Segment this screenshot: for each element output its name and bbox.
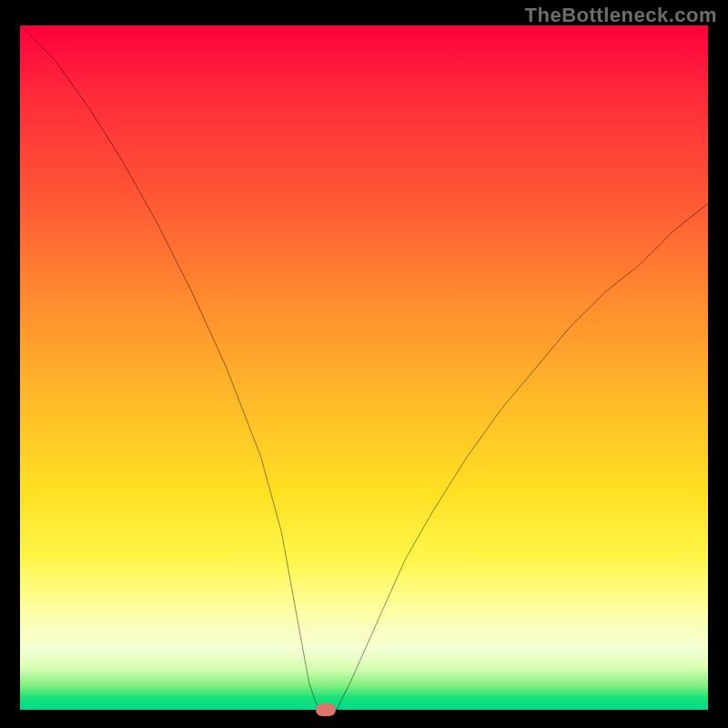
optimum-marker bbox=[316, 703, 336, 716]
curve-path bbox=[20, 25, 708, 710]
watermark-text: TheBottleneck.com bbox=[525, 4, 717, 27]
bottleneck-curve bbox=[20, 25, 708, 710]
plot-area bbox=[20, 25, 708, 710]
chart-frame: TheBottleneck.com bbox=[0, 0, 728, 728]
